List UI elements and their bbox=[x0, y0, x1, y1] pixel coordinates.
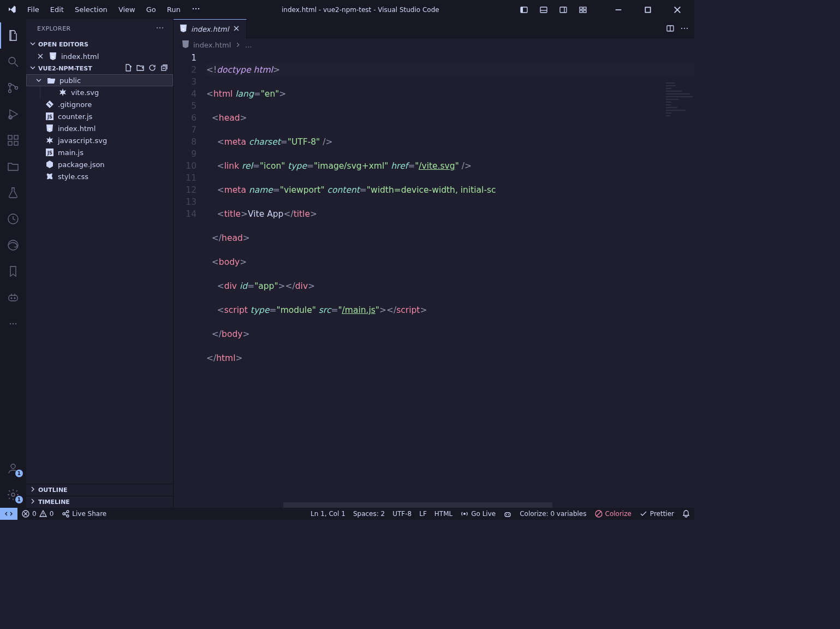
toggle-panel-icon[interactable] bbox=[536, 2, 551, 17]
svg-icon bbox=[45, 136, 55, 145]
horizontal-scrollbar[interactable] bbox=[206, 502, 687, 508]
html5-icon bbox=[181, 40, 190, 50]
menu-go[interactable]: Go bbox=[142, 3, 160, 16]
editor-group: index.html index.html ... 1 2 3 4 5 6 bbox=[174, 19, 694, 508]
maximize-button[interactable] bbox=[635, 1, 660, 19]
close-icon[interactable] bbox=[36, 52, 45, 61]
close-button[interactable] bbox=[665, 1, 690, 19]
project-section[interactable]: VUE2-NPM-TEST bbox=[26, 62, 173, 74]
collapse-all-icon[interactable] bbox=[160, 63, 169, 74]
tree-item-label: style.css bbox=[58, 173, 88, 181]
outline-section[interactable]: OUTLINE bbox=[26, 484, 173, 496]
live-share-status[interactable]: Live Share bbox=[57, 508, 110, 520]
remote-indicator[interactable] bbox=[0, 508, 17, 520]
prettier-status[interactable]: Prettier bbox=[635, 508, 678, 520]
editor-area[interactable]: 1 2 3 4 5 6 7 8 9 10 11 12 13 14 <!docty… bbox=[174, 51, 694, 508]
eol-status[interactable]: LF bbox=[415, 508, 431, 520]
svg-rect-25 bbox=[14, 141, 18, 145]
chevron-down-icon bbox=[28, 63, 37, 74]
explorer-more-icon[interactable] bbox=[156, 23, 164, 34]
activity-explorer-icon[interactable] bbox=[0, 22, 26, 49]
colorize-status[interactable]: Colorize bbox=[591, 508, 635, 520]
toggle-secondary-sidebar-icon[interactable] bbox=[556, 2, 571, 17]
tree-file[interactable]: JS counter.js bbox=[26, 110, 173, 122]
activity-more-icon[interactable] bbox=[0, 311, 26, 337]
close-icon[interactable] bbox=[232, 24, 241, 34]
menu-file[interactable]: File bbox=[23, 3, 44, 16]
activity-folder-icon[interactable] bbox=[0, 153, 26, 180]
svg-rect-11 bbox=[580, 10, 582, 13]
go-live-button[interactable]: Go Live bbox=[456, 508, 499, 520]
menu-view[interactable]: View bbox=[114, 3, 140, 16]
refresh-icon[interactable] bbox=[148, 63, 157, 74]
svg-rect-24 bbox=[8, 141, 12, 145]
new-folder-icon[interactable] bbox=[136, 63, 145, 74]
more-actions-icon[interactable] bbox=[680, 24, 689, 34]
minimize-button[interactable] bbox=[606, 1, 631, 19]
timeline-section[interactable]: TIMELINE bbox=[26, 496, 173, 508]
activity-accounts-icon[interactable]: 1 bbox=[0, 455, 26, 482]
customize-layout-icon[interactable] bbox=[575, 2, 591, 17]
open-editors-section[interactable]: OPEN EDITORS bbox=[26, 38, 173, 50]
activity-run-debug-icon[interactable] bbox=[0, 101, 26, 127]
svg-text:JS: JS bbox=[47, 151, 52, 156]
menu-run[interactable]: Run bbox=[163, 3, 185, 16]
tree-file[interactable]: package.json bbox=[26, 158, 173, 170]
breadcrumb-file: index.html bbox=[193, 41, 231, 49]
tree-item-label: counter.js bbox=[58, 112, 92, 121]
line-number-gutter: 1 2 3 4 5 6 7 8 9 10 11 12 13 14 bbox=[174, 51, 206, 508]
window-title: index.html - vue2-npm-test - Visual Stud… bbox=[207, 6, 514, 14]
menu-overflow-icon[interactable] bbox=[187, 2, 205, 17]
activity-copilot-icon[interactable] bbox=[0, 284, 26, 311]
activity-edge-icon[interactable] bbox=[0, 232, 26, 258]
chevron-down-icon bbox=[34, 76, 43, 85]
open-editor-item[interactable]: index.html bbox=[26, 50, 173, 62]
problems-indicator[interactable]: 0 0 bbox=[17, 508, 57, 520]
open-editor-name: index.html bbox=[61, 52, 99, 61]
menu-selection[interactable]: Selection bbox=[70, 3, 112, 16]
activity-extensions-icon[interactable] bbox=[0, 127, 26, 153]
code-text[interactable]: <!doctype html> <html lang="en"> <head> … bbox=[206, 51, 694, 508]
activity-bookmark-icon[interactable] bbox=[0, 258, 26, 284]
encoding-status[interactable]: UTF-8 bbox=[389, 508, 415, 520]
activity-source-control-icon[interactable] bbox=[0, 75, 26, 101]
colorize-variables[interactable]: Colorize: 0 variables bbox=[516, 508, 590, 520]
tree-file[interactable]: javascript.svg bbox=[26, 134, 173, 146]
sidebar-header: EXPLORER bbox=[26, 19, 173, 38]
activity-test-icon[interactable] bbox=[0, 180, 26, 206]
activity-timeline-icon[interactable] bbox=[0, 206, 26, 232]
svg-point-37 bbox=[157, 27, 158, 28]
chevron-right-icon bbox=[28, 485, 37, 495]
svg-point-69 bbox=[506, 514, 507, 515]
svg-line-66 bbox=[65, 514, 67, 515]
svg-point-70 bbox=[508, 514, 509, 515]
tree-file[interactable]: .gitignore bbox=[26, 98, 173, 110]
tree-file[interactable]: JS main.js bbox=[26, 146, 173, 158]
indentation-status[interactable]: Spaces: 2 bbox=[349, 508, 389, 520]
tree-file[interactable]: style.css bbox=[26, 170, 173, 182]
svg-point-17 bbox=[9, 57, 15, 64]
chevron-right-icon bbox=[234, 41, 242, 49]
tree-file[interactable]: index.html bbox=[26, 122, 173, 134]
breadcrumb[interactable]: index.html ... bbox=[174, 39, 694, 51]
activity-search-icon[interactable] bbox=[0, 49, 26, 75]
new-file-icon[interactable] bbox=[124, 63, 133, 74]
split-editor-icon[interactable] bbox=[666, 24, 675, 34]
tree-item-label: javascript.svg bbox=[58, 137, 107, 145]
activity-settings-icon[interactable]: 1 bbox=[0, 482, 26, 508]
svg-rect-29 bbox=[9, 295, 17, 301]
outline-label: OUTLINE bbox=[38, 486, 68, 494]
tree-folder-public[interactable]: public bbox=[26, 74, 173, 86]
notifications-icon[interactable] bbox=[678, 508, 694, 520]
copilot-status[interactable] bbox=[499, 508, 516, 520]
svg-rect-10 bbox=[583, 7, 586, 9]
tree-item-label: .gitignore bbox=[58, 100, 92, 109]
tabs-bar: index.html bbox=[174, 19, 694, 39]
tree-file[interactable]: vite.svg bbox=[26, 86, 173, 98]
tab-index-html[interactable]: index.html bbox=[174, 19, 247, 39]
toggle-primary-sidebar-icon[interactable] bbox=[516, 2, 532, 17]
cursor-position[interactable]: Ln 1, Col 1 bbox=[307, 508, 349, 520]
menu-edit[interactable]: Edit bbox=[46, 3, 68, 16]
js-icon: JS bbox=[45, 148, 55, 157]
language-mode[interactable]: HTML bbox=[431, 508, 456, 520]
